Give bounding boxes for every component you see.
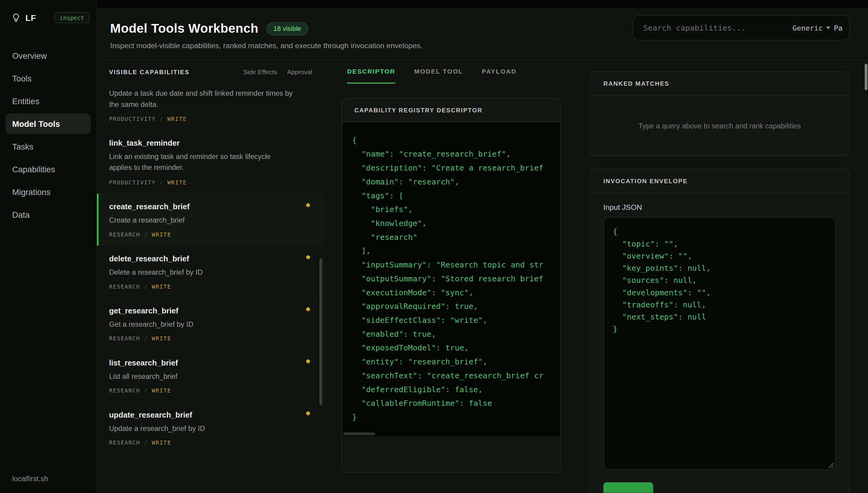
- capability-tags: RESEARCH / WRITE: [109, 336, 301, 342]
- ranked-matches-card: RANKED MATCHES Type a query above to sea…: [589, 71, 849, 156]
- sidebar-nav: OverviewToolsEntitiesModel ToolsTasksCap…: [0, 44, 96, 226]
- sidebar-logo-row: LF inspect: [0, 12, 96, 23]
- capability-description: List all research_brief: [109, 371, 295, 382]
- tab-payload[interactable]: PAYLOAD: [482, 60, 517, 84]
- capabilities-header: VISIBLE CAPABILITIES Side EffectsApprova…: [97, 60, 323, 84]
- tag-separator: /: [144, 283, 148, 290]
- sidebar-item-data[interactable]: Data: [5, 205, 91, 225]
- search-bar[interactable]: Generic Pa: [633, 15, 850, 40]
- tag-separator: /: [144, 336, 148, 342]
- capability-list: Update a task due date and shift linked …: [97, 84, 323, 493]
- detail-panel: DESCRIPTORMODEL TOOLPAYLOAD CAPABILITY R…: [324, 60, 576, 493]
- sidebar-item-tasks[interactable]: Tasks: [5, 136, 91, 157]
- code-horizontal-scrollbar[interactable]: [343, 432, 375, 435]
- sidebar: LF inspect OverviewToolsEntitiesModel To…: [0, 0, 97, 493]
- sidebar-item-overview[interactable]: Overview: [5, 45, 91, 66]
- top-strip: [97, 0, 868, 8]
- capability-tags: PRODUCTIVITY / WRITE: [109, 179, 301, 185]
- capability-description: Create a research_brief: [109, 215, 295, 226]
- capability-domain-tag: RESEARCH: [109, 231, 140, 237]
- scope-clipped-text: Pa: [834, 24, 843, 32]
- tag-separator: /: [144, 440, 148, 446]
- sidebar-item-migrations[interactable]: Migrations: [5, 182, 91, 202]
- ranked-matches-title: RANKED MATCHES: [590, 72, 849, 96]
- capability-list-item[interactable]: update_research_brief Update a research_…: [97, 402, 323, 454]
- capability-domain-tag: RESEARCH: [109, 440, 140, 446]
- approval-dot-icon: [306, 307, 310, 311]
- tag-separator: /: [144, 388, 148, 394]
- input-json-textarea[interactable]: { "topic": "", "overview": "", "key_poin…: [603, 217, 836, 470]
- capability-name: create_research_brief: [109, 202, 301, 211]
- capability-tags: RESEARCH / WRITE: [109, 231, 301, 237]
- execute-button[interactable]: [603, 483, 653, 493]
- page-title: Model Tools Workbench: [110, 21, 259, 36]
- approval-dot-icon: [306, 203, 310, 207]
- capability-description: Link an existing task and reminder so ta…: [109, 151, 295, 174]
- search-input[interactable]: [642, 23, 788, 33]
- descriptor-card-title: CAPABILITY REGISTRY DESCRIPTOR: [342, 99, 560, 122]
- tag-separator: /: [144, 231, 148, 237]
- app-window: LF inspect OverviewToolsEntitiesModel To…: [0, 0, 868, 493]
- envelope-json: { "topic": "", "overview": "", "key_poin…: [613, 225, 826, 335]
- approval-dot-icon: [306, 411, 310, 415]
- capability-description: Update a research_brief by ID: [109, 423, 295, 434]
- tab-model-tool[interactable]: MODEL TOOL: [414, 60, 463, 84]
- capability-effect-tag: WRITE: [152, 440, 171, 446]
- capability-list-item[interactable]: list_research_brief List all research_br…: [97, 350, 323, 402]
- page-header: Model Tools Workbench 18 visible Inspect…: [97, 8, 868, 60]
- visible-count-badge: 18 visible: [266, 22, 308, 35]
- chevron-down-icon: [826, 26, 831, 29]
- page-scrollbar[interactable]: [865, 64, 867, 90]
- filter-approval[interactable]: Approval: [287, 68, 312, 75]
- right-panel: RANKED MATCHES Type a query above to sea…: [576, 60, 868, 493]
- ranked-matches-empty-text: Type a query above to search and rank ca…: [590, 96, 849, 155]
- capability-domain-tag: RESEARCH: [109, 388, 140, 394]
- capability-domain-tag: PRODUCTIVITY: [109, 116, 156, 122]
- sidebar-item-model-tools[interactable]: Model Tools: [5, 113, 91, 134]
- sidebar-item-entities[interactable]: Entities: [5, 91, 91, 111]
- capability-effect-tag: WRITE: [152, 283, 171, 290]
- page-subtitle: Inspect model-visible capabilities, rank…: [110, 42, 850, 50]
- capability-description: Update a task due date and shift linked …: [109, 88, 295, 110]
- capability-name: get_research_brief: [109, 306, 301, 315]
- main-area: Model Tools Workbench 18 visible Inspect…: [97, 0, 868, 493]
- capability-list-item[interactable]: delete_research_brief Delete a research_…: [97, 245, 323, 298]
- capability-list-item[interactable]: get_research_brief Get a research_brief …: [97, 298, 323, 350]
- sidebar-item-tools[interactable]: Tools: [5, 68, 91, 89]
- capability-name: update_research_brief: [109, 410, 301, 419]
- logo-text: LF: [25, 13, 36, 22]
- capabilities-panel-title: VISIBLE CAPABILITIES: [109, 68, 190, 75]
- capability-domain-tag: PRODUCTIVITY: [109, 179, 156, 185]
- invocation-envelope-card: INVOCATION ENVELOPE Input JSON { "topic"…: [589, 169, 849, 493]
- sidebar-item-capabilities[interactable]: Capabilities: [5, 159, 91, 179]
- tag-separator: /: [159, 116, 164, 122]
- capability-filters: Side EffectsApproval: [243, 68, 312, 75]
- descriptor-code: { "name": "create_research_brief", "desc…: [342, 122, 560, 424]
- approval-dot-icon: [306, 255, 310, 259]
- capability-list-item[interactable]: link_task_reminder Link an existing task…: [97, 130, 323, 193]
- scope-dropdown[interactable]: Generic Pa: [793, 24, 843, 32]
- capability-effect-tag: WRITE: [168, 116, 187, 122]
- capability-domain-tag: RESEARCH: [109, 283, 140, 290]
- capability-list-item[interactable]: Update a task due date and shift linked …: [97, 84, 323, 130]
- capability-tags: PRODUCTIVITY / WRITE: [109, 116, 301, 122]
- scope-label: Generic: [793, 24, 823, 32]
- capability-tags: RESEARCH / WRITE: [109, 440, 301, 446]
- capability-effect-tag: WRITE: [152, 388, 171, 394]
- input-json-label: Input JSON: [603, 203, 836, 211]
- invocation-envelope-title: INVOCATION ENVELOPE: [590, 170, 849, 193]
- capability-domain-tag: RESEARCH: [109, 336, 140, 342]
- capability-description: Delete a research_brief by ID: [109, 267, 295, 278]
- capability-description: Get a research_brief by ID: [109, 319, 295, 330]
- descriptor-code-block: { "name": "create_research_brief", "desc…: [342, 122, 560, 436]
- resize-handle-icon[interactable]: [827, 461, 834, 468]
- tab-descriptor[interactable]: DESCRIPTOR: [347, 60, 395, 84]
- descriptor-tabs: DESCRIPTORMODEL TOOLPAYLOAD: [324, 60, 576, 84]
- capability-list-scrollbar[interactable]: [320, 258, 322, 405]
- capability-name: link_task_reminder: [109, 139, 301, 148]
- filter-side-effects[interactable]: Side Effects: [243, 68, 277, 75]
- capability-effect-tag: WRITE: [168, 179, 187, 185]
- capability-list-item[interactable]: create_research_brief Create a research_…: [97, 193, 323, 245]
- capability-effect-tag: WRITE: [152, 336, 171, 342]
- lightbulb-icon: [11, 13, 21, 23]
